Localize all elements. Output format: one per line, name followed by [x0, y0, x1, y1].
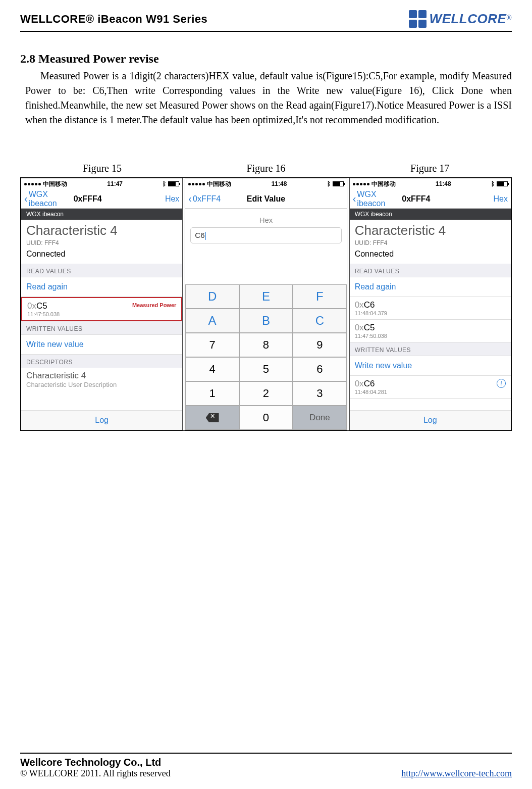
figure-15-screenshot: 中国移动 11:47 ᛒ ‹ WGX ibeacon 0xFFF4 Hex WG…	[21, 178, 183, 430]
key-d[interactable]: D	[185, 284, 239, 309]
bluetooth-icon: ᛒ	[163, 180, 166, 187]
value: C5	[36, 301, 47, 311]
backspace-icon	[206, 413, 219, 422]
value-prefix: 0x	[355, 323, 364, 332]
timestamp: 11:47:50.038	[27, 311, 176, 317]
value: C6	[364, 379, 375, 388]
key-a[interactable]: A	[185, 309, 239, 333]
nav-bar: ‹ WGX ibeacon 0xFFF4 Hex	[350, 189, 511, 209]
status-bar: 中国移动 11:48 ᛒ	[185, 178, 346, 189]
logo-text: WELLCORE	[430, 11, 507, 26]
written-values-header: WRITTEN VALUES	[350, 342, 511, 356]
cursor-icon	[205, 232, 206, 240]
read-again-button[interactable]: Read again	[350, 277, 511, 297]
section-body: Measured Power is a 1digit(2 characters)…	[20, 69, 512, 127]
back-text: 0xFFF4	[193, 194, 221, 204]
connected-label: Connected	[350, 250, 511, 264]
figure-17-screenshot: 中国移动 11:48 ᛒ ‹ WGX ibeacon 0xFFF4 Hex WG…	[349, 178, 511, 430]
section-body-text: Measured Power is a 1digit(2 characters)…	[25, 70, 512, 125]
uuid-label: UUID: FFF4	[350, 239, 511, 250]
figures-container: 中国移动 11:47 ᛒ ‹ WGX ibeacon 0xFFF4 Hex WG…	[20, 177, 512, 431]
descriptor-sub: Characteristic User Description	[21, 381, 182, 390]
section-title: 2.8 Measured Power revise	[20, 52, 512, 66]
written-value-row[interactable]: i 0xC6 11:48:04.281	[350, 376, 511, 399]
read-value-row[interactable]: 0xC6 11:48:04.379	[350, 297, 511, 320]
value: C5	[364, 323, 375, 332]
back-button[interactable]: ‹ WGX ibeacon 0xFFF4	[24, 190, 102, 208]
descriptor-title: Characteristic 4	[21, 368, 182, 381]
clock: 11:48	[436, 180, 451, 187]
descriptors-header: DESCRIPTORS	[21, 355, 182, 368]
value-prefix: 0x	[355, 379, 364, 388]
battery-icon	[497, 181, 508, 186]
back-id: 0xFFF4	[402, 194, 430, 204]
status-bar: 中国移动 11:48 ᛒ	[350, 178, 511, 189]
info-icon[interactable]: i	[497, 379, 506, 388]
chevron-left-icon: ‹	[353, 193, 356, 205]
key-done[interactable]: Done	[293, 406, 346, 430]
key-4[interactable]: 4	[185, 357, 239, 381]
hex-label: Hex	[185, 209, 346, 227]
back-text: WGX ibeacon	[357, 190, 398, 208]
characteristic-title: Characteristic 4	[350, 220, 511, 239]
key-backspace[interactable]	[185, 406, 239, 430]
nav-title: Edit Value	[240, 194, 292, 204]
input-value: C6	[195, 231, 204, 239]
key-5[interactable]: 5	[239, 357, 293, 381]
clock: 11:47	[107, 180, 123, 187]
written-values-header: WRITTEN VALUES	[21, 321, 182, 334]
back-button[interactable]: ‹ WGX ibeacon 0xFFF4	[353, 190, 431, 208]
figure-17-label: Figure 17	[348, 163, 512, 174]
back-button[interactable]: ‹ 0xFFF4	[188, 193, 240, 205]
value-prefix: 0x	[355, 300, 364, 310]
write-new-value-button[interactable]: Write new value	[21, 334, 182, 355]
value: C6	[364, 300, 375, 310]
logo: WELLCORE®	[409, 10, 512, 28]
bluetooth-icon: ᛒ	[491, 180, 495, 187]
key-3[interactable]: 3	[293, 381, 346, 406]
write-new-value-button[interactable]: Write new value	[350, 356, 511, 376]
carrier: 中国移动	[371, 180, 396, 188]
timestamp: 11:48:04.281	[355, 389, 506, 395]
section: 2.8 Measured Power revise Measured Power…	[20, 52, 512, 127]
nav-bar: ‹ 0xFFF4 Edit Value	[185, 189, 346, 209]
battery-icon	[168, 181, 179, 186]
read-values-header: READ VALUES	[350, 264, 511, 277]
key-2[interactable]: 2	[239, 381, 293, 406]
read-again-button[interactable]: Read again	[21, 277, 182, 297]
status-bar: 中国移动 11:47 ᛒ	[21, 178, 182, 189]
key-8[interactable]: 8	[239, 333, 293, 357]
key-6[interactable]: 6	[293, 357, 346, 381]
timestamp: 11:48:04.379	[355, 310, 506, 316]
doc-title: WELLCORE® iBeacon W91 Series	[20, 13, 207, 26]
chevron-left-icon: ‹	[188, 193, 192, 205]
timestamp: 11:47:50.038	[355, 333, 506, 339]
read-values-header: READ VALUES	[21, 264, 182, 277]
key-0[interactable]: 0	[239, 406, 293, 430]
key-f[interactable]: F	[293, 284, 346, 309]
device-bar: WGX ibeacon	[350, 209, 511, 220]
key-7[interactable]: 7	[185, 333, 239, 357]
clock: 11:48	[272, 180, 287, 187]
nav-bar: ‹ WGX ibeacon 0xFFF4 Hex	[21, 189, 182, 209]
characteristic-title: Characteristic 4	[21, 220, 182, 239]
back-text: WGX ibeacon	[29, 190, 70, 208]
device-bar: WGX ibeacon	[21, 209, 182, 220]
hex-toggle[interactable]: Hex	[430, 194, 508, 204]
read-value-row[interactable]: Measured Power 0xC5 11:47:50.038	[21, 297, 182, 321]
key-e[interactable]: E	[239, 284, 293, 309]
signal-icon	[353, 183, 369, 185]
logo-reg: ®	[506, 14, 512, 22]
carrier: 中国移动	[43, 180, 67, 188]
key-1[interactable]: 1	[185, 381, 239, 406]
battery-icon	[333, 181, 344, 186]
uuid-label: UUID: FFF4	[21, 239, 182, 250]
key-c[interactable]: C	[293, 309, 346, 333]
hex-input[interactable]: C6	[190, 227, 341, 243]
key-9[interactable]: 9	[293, 333, 346, 357]
key-b[interactable]: B	[239, 309, 293, 333]
log-button[interactable]: Log	[350, 410, 511, 430]
hex-toggle[interactable]: Hex	[102, 194, 180, 204]
read-value-row[interactable]: 0xC5 11:47:50.038	[350, 320, 511, 342]
log-button[interactable]: Log	[21, 410, 182, 430]
